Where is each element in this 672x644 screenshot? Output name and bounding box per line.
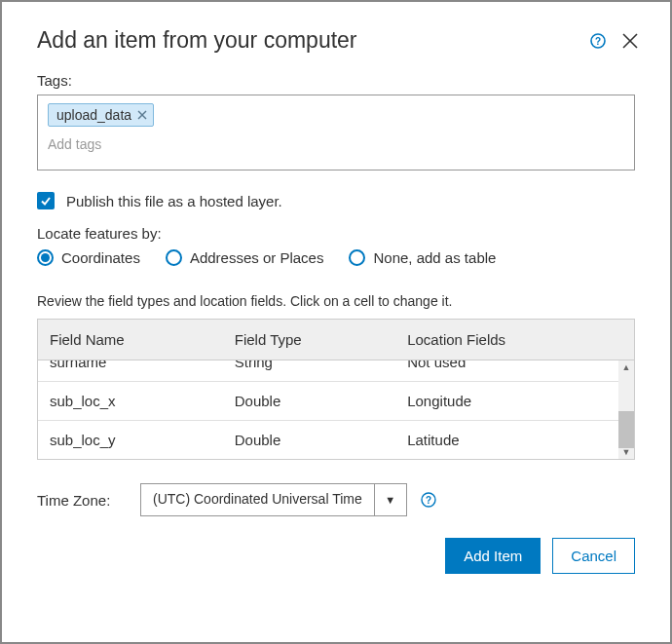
locate-radio-group: Coordinates Addresses or Places None, ad…	[37, 249, 635, 266]
table-header-row: Field Name Field Type Location Fields	[38, 320, 634, 360]
cell-field-type[interactable]: String	[223, 360, 395, 381]
col-header-location: Location Fields	[395, 320, 634, 360]
add-item-dialog: Add an item from your computer ? Tags: u…	[0, 0, 672, 644]
timezone-label: Time Zone:	[37, 492, 127, 509]
fields-table: Field Name Field Type Location Fields su…	[37, 319, 635, 460]
table-row[interactable]: sub_loc_y Double Latitude	[38, 421, 634, 459]
radio-icon	[166, 249, 182, 266]
publish-checkbox[interactable]	[37, 192, 55, 209]
dialog-body: Tags: upload_data Publish this file as a…	[37, 72, 658, 625]
radio-none[interactable]: None, add as table	[349, 249, 496, 266]
cell-field-type[interactable]: Double	[223, 382, 395, 420]
tags-label: Tags:	[37, 72, 635, 89]
tags-text-input[interactable]	[48, 134, 624, 154]
fields-instruction: Review the field types and location fiel…	[37, 293, 635, 309]
svg-text:?: ?	[595, 36, 601, 47]
table-body: surname String Not used sub_loc_x Double…	[38, 360, 634, 459]
timezone-help-icon[interactable]: ?	[421, 492, 436, 508]
radio-icon	[349, 249, 365, 266]
help-icon[interactable]: ?	[590, 33, 606, 49]
timezone-select[interactable]: (UTC) Coordinated Universal Time ▼	[140, 483, 407, 516]
radio-label: None, add as table	[373, 249, 496, 266]
radio-icon-selected	[37, 249, 54, 266]
cell-location[interactable]: Latitude	[395, 421, 634, 459]
table-row[interactable]: sub_loc_x Double Longitude	[38, 382, 634, 421]
tag-chip-text: upload_data	[56, 107, 131, 123]
tag-chip: upload_data	[48, 103, 154, 127]
svg-text:?: ?	[426, 495, 431, 506]
add-item-button[interactable]: Add Item	[445, 538, 541, 574]
radio-label: Addresses or Places	[190, 249, 324, 266]
radio-coordinates[interactable]: Coordinates	[37, 249, 140, 266]
radio-addresses[interactable]: Addresses or Places	[166, 249, 324, 266]
tags-input-box[interactable]: upload_data	[37, 95, 635, 170]
table-row[interactable]: surname String Not used	[38, 360, 634, 382]
scroll-up-icon[interactable]: ▲	[620, 360, 633, 374]
radio-label: Coordinates	[61, 249, 140, 266]
dialog-header: Add an item from your computer ?	[2, 2, 670, 63]
cancel-button[interactable]: Cancel	[552, 538, 635, 574]
chevron-down-icon[interactable]: ▼	[375, 484, 406, 515]
publish-checkbox-label: Publish this file as a hosted layer.	[66, 193, 282, 209]
cell-field-name[interactable]: sub_loc_x	[38, 382, 223, 420]
timezone-selected-value: (UTC) Coordinated Universal Time	[141, 484, 375, 515]
cell-field-type[interactable]: Double	[223, 421, 395, 459]
dialog-footer: Add Item Cancel	[37, 538, 635, 574]
col-header-type: Field Type	[223, 320, 395, 360]
timezone-row: Time Zone: (UTC) Coordinated Universal T…	[37, 483, 635, 516]
cell-field-name[interactable]: surname	[38, 360, 223, 381]
remove-tag-icon[interactable]	[137, 107, 147, 123]
close-icon[interactable]	[621, 32, 639, 50]
scroll-thumb[interactable]	[618, 411, 634, 448]
dialog-title: Add an item from your computer	[37, 27, 357, 54]
publish-checkbox-row: Publish this file as a hosted layer.	[37, 192, 635, 209]
cell-field-name[interactable]: sub_loc_y	[38, 421, 223, 459]
table-scrollbar[interactable]: ▲ ▼	[618, 360, 634, 459]
col-header-name: Field Name	[38, 320, 223, 360]
table-body-viewport: surname String Not used sub_loc_x Double…	[38, 360, 634, 459]
cell-location[interactable]: Longitude	[395, 382, 634, 420]
cell-location[interactable]: Not used	[395, 360, 634, 381]
header-icons: ?	[590, 32, 639, 50]
locate-label: Locate features by:	[37, 225, 635, 242]
